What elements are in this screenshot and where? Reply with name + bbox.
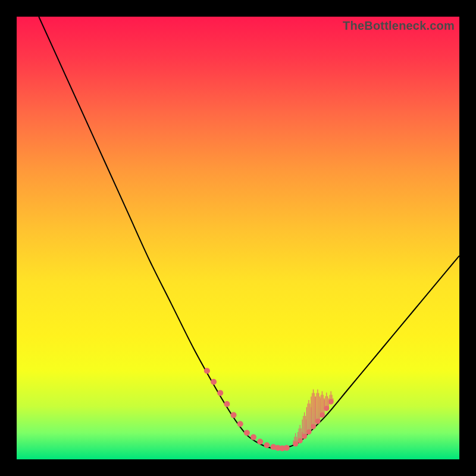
marker-dot	[244, 430, 250, 436]
chart-plot-area: TheBottleneck.com	[17, 17, 459, 459]
marker-dot	[302, 434, 307, 439]
marker-dot	[298, 438, 303, 443]
bottleneck-curve	[39, 17, 459, 449]
marker-dot	[284, 445, 290, 451]
marker-dot	[231, 412, 237, 418]
marker-dot	[204, 368, 210, 374]
marker-dot	[211, 379, 217, 385]
chart-svg	[17, 17, 459, 459]
marker-dot	[257, 439, 263, 444]
marker-dot	[324, 406, 329, 411]
marker-dot	[315, 419, 320, 424]
marker-dot	[293, 441, 298, 447]
marker-dot	[306, 429, 312, 434]
marker-dot	[311, 424, 316, 429]
marker-cluster-left	[204, 368, 290, 451]
marker-dot	[328, 399, 334, 405]
marker-dot	[250, 434, 256, 440]
marker-dot	[237, 421, 243, 427]
marker-dot	[264, 442, 270, 448]
marker-dot	[320, 412, 325, 418]
marker-dot	[217, 390, 223, 396]
marker-cluster-right	[293, 389, 334, 446]
marker-dot	[224, 401, 230, 407]
